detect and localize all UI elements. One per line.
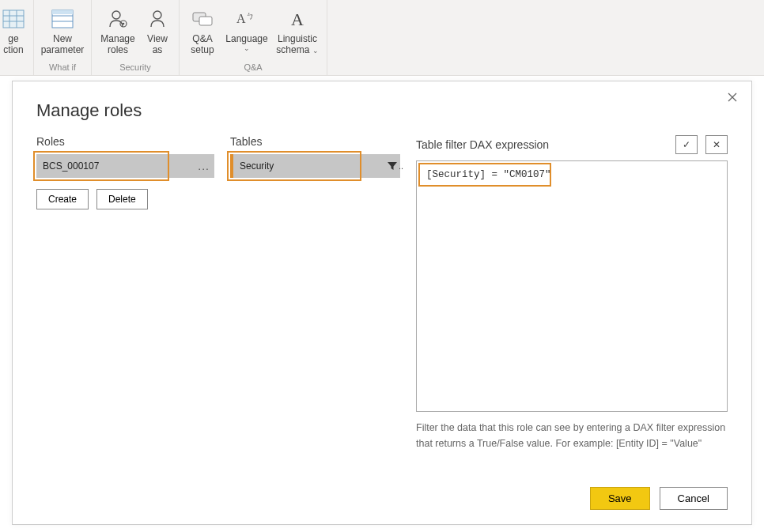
dax-column: Table filter DAX expression ✓ ✕ [Securit… — [416, 135, 728, 474]
dialog-title: Manage roles — [36, 100, 728, 121]
svg-rect-8 — [52, 10, 73, 14]
svg-point-9 — [112, 11, 120, 19]
delete-button[interactable]: Delete — [96, 189, 148, 209]
svg-text:A: A — [291, 9, 304, 28]
create-button[interactable]: Create — [36, 189, 89, 209]
dax-accept-button[interactable]: ✓ — [675, 135, 698, 154]
person-icon — [145, 6, 170, 32]
svg-text:ㄅ: ㄅ — [246, 11, 255, 21]
role-row[interactable]: BCS_000107 ... — [36, 154, 214, 178]
role-name: BCS_000107 — [43, 160, 99, 172]
table-row[interactable]: Security .. — [230, 154, 400, 178]
language-button[interactable]: Aㄅ Language ⌄ — [225, 6, 268, 53]
dax-help-text: Filter the data that this role can see b… — [416, 420, 728, 451]
qa-setup-button[interactable]: Q&A setup — [187, 6, 217, 56]
filter-icon[interactable]: .. — [387, 160, 403, 172]
person-gear-icon — [105, 6, 130, 32]
svg-point-11 — [123, 23, 125, 25]
tables-header: Tables — [230, 135, 400, 148]
group-label-security: Security — [119, 62, 151, 74]
svg-rect-14 — [199, 17, 212, 25]
save-button[interactable]: Save — [590, 487, 650, 510]
svg-rect-0 — [3, 10, 24, 28]
dax-header: Table filter DAX expression — [416, 138, 549, 151]
new-parameter-button[interactable]: New parameter — [42, 6, 83, 56]
ribbon-group-label-blank — [12, 62, 14, 74]
linguistic-l1: Linguistic — [278, 33, 317, 44]
manage-roles-l2: roles — [108, 44, 128, 55]
close-button[interactable] — [724, 89, 740, 105]
svg-text:A: A — [236, 12, 246, 25]
table-icon — [1, 6, 26, 32]
ribbon: ge ction New parameter What if Manage — [0, 0, 764, 76]
qa-setup-l2: setup — [191, 44, 214, 55]
linguistic-l2: schema ⌄ — [276, 44, 318, 55]
letter-a-icon: A — [285, 6, 310, 32]
ribbon-partial-label1: ge — [8, 33, 18, 44]
chat-icon — [190, 6, 215, 32]
view-as-l2: as — [153, 44, 163, 55]
role-more-button[interactable]: ... — [198, 160, 210, 172]
view-as-l1: View — [147, 33, 168, 44]
manage-roles-l1: Manage — [100, 33, 134, 44]
dax-editor[interactable]: [Security] = "CM0107" — [416, 160, 728, 412]
dax-cancel-button[interactable]: ✕ — [705, 135, 728, 154]
ribbon-partial-button[interactable]: ge ction — [2, 6, 25, 56]
group-label-whatif: What if — [49, 62, 76, 74]
parameter-icon — [50, 6, 75, 32]
language-icon: Aㄅ — [234, 6, 259, 32]
linguistic-schema-button[interactable]: A Linguistic schema ⌄ — [276, 6, 319, 56]
dax-expression-text: [Security] = "CM0107" — [426, 169, 551, 180]
group-label-qa: Q&A — [244, 62, 262, 74]
new-parameter-l2: parameter — [41, 44, 85, 55]
new-parameter-l1: New — [53, 33, 72, 44]
qa-setup-l1: Q&A — [192, 33, 212, 44]
language-chevron: ⌄ — [244, 44, 250, 53]
view-as-button[interactable]: View as — [144, 6, 171, 56]
roles-column: Roles BCS_000107 ... Create Delete — [36, 135, 214, 474]
cancel-button[interactable]: Cancel — [660, 487, 728, 510]
roles-header: Roles — [36, 135, 214, 148]
ribbon-partial-label2: ction — [3, 44, 23, 55]
svg-point-12 — [153, 11, 161, 19]
tables-column: Tables Security .. — [230, 135, 400, 474]
manage-roles-button[interactable]: Manage roles — [100, 6, 136, 56]
table-name: Security — [240, 160, 274, 172]
selected-bar — [230, 154, 233, 178]
manage-roles-dialog: Manage roles Roles BCS_000107 ... Create… — [12, 81, 752, 525]
language-label: Language — [225, 33, 267, 44]
